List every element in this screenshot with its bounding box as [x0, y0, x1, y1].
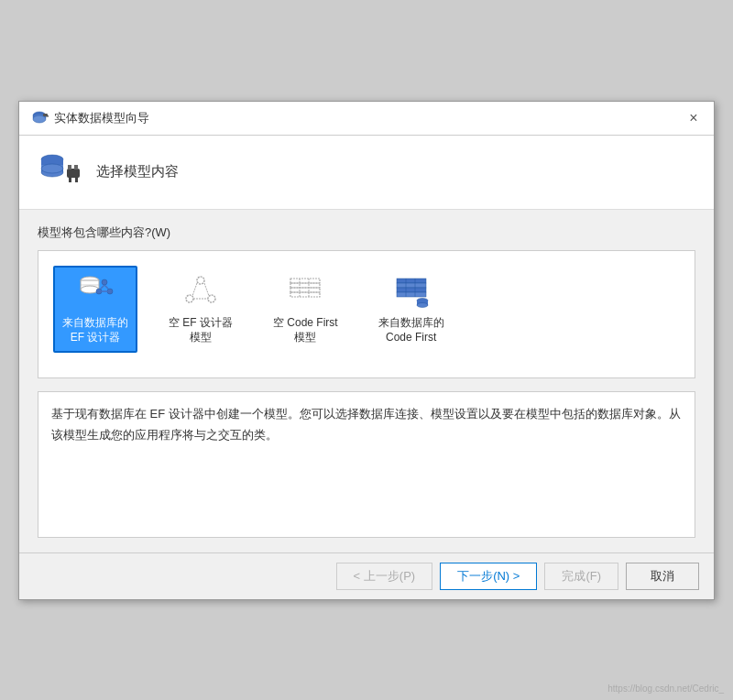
svg-line-30 [192, 283, 197, 296]
svg-rect-39 [397, 279, 426, 283]
svg-rect-34 [290, 283, 320, 288]
svg-rect-14 [75, 178, 78, 182]
watermark-container: https://blog.csdn.net/Cedric_ [607, 681, 724, 695]
svg-line-24 [101, 285, 104, 289]
footer: < 上一步(P) 下一步(N) > 完成(F) 取消 [19, 552, 714, 599]
svg-rect-15 [68, 165, 71, 170]
option-code-first-from-db-label: 来自数据库的Code First [378, 315, 444, 346]
option-empty-ef-designer[interactable]: 空 EF 设计器模型 [159, 266, 242, 354]
svg-point-27 [197, 277, 204, 284]
header-section: 选择模型内容 [19, 136, 714, 210]
option-empty-code-first-label: 空 Code First模型 [273, 315, 338, 346]
svg-rect-42 [397, 292, 426, 297]
title-bar-icon [30, 109, 49, 127]
svg-rect-40 [397, 283, 426, 288]
watermark-text: https://blog.csdn.net/Cedric_ [607, 684, 724, 694]
back-button[interactable]: < 上一步(P) [336, 563, 433, 590]
finish-button[interactable]: 完成(F) [544, 563, 618, 590]
section-label: 模型将包含哪些内容?(W) [38, 224, 695, 241]
close-button[interactable]: × [684, 109, 703, 127]
empty-ef-designer-icon [182, 273, 219, 310]
svg-point-29 [208, 295, 215, 302]
header-icon [38, 150, 82, 194]
option-empty-code-first[interactable]: 空 Code First模型 [264, 266, 347, 354]
dialog-title: 实体数据模型向导 [54, 110, 149, 126]
header-title: 选择模型内容 [96, 163, 179, 180]
option-ef-designer-from-db[interactable]: 来自数据库的EF 设计器 [53, 266, 137, 354]
svg-point-28 [186, 295, 193, 302]
model-options-box: 来自数据库的EF 设计器 空 EF 设计器模型 [38, 250, 695, 378]
svg-point-21 [102, 279, 107, 285]
description-box: 基于现有数据库在 EF 设计器中创建一个模型。您可以选择数据库连接、模型设置以及… [38, 391, 695, 538]
svg-rect-12 [67, 169, 80, 178]
svg-rect-33 [290, 279, 320, 283]
title-bar: 实体数据模型向导 × [19, 102, 714, 136]
dialog: 实体数据模型向导 × 选择模型内容 模型将包含哪些内容?(W) [18, 101, 715, 600]
svg-line-25 [104, 285, 108, 289]
cancel-button[interactable]: 取消 [626, 563, 699, 590]
svg-rect-16 [74, 165, 78, 170]
svg-rect-13 [69, 178, 71, 182]
svg-rect-36 [290, 292, 320, 297]
svg-rect-6 [46, 115, 49, 117]
ef-designer-from-db-icon [77, 273, 114, 310]
svg-rect-41 [397, 288, 426, 292]
empty-code-first-icon [287, 273, 323, 310]
svg-line-31 [204, 283, 209, 296]
svg-point-47 [417, 302, 428, 307]
option-empty-ef-designer-label: 空 EF 设计器模型 [169, 315, 233, 346]
main-content: 模型将包含哪些内容?(W) 来自数据库的EF 设计器 [19, 210, 714, 552]
code-first-from-db-icon [393, 273, 430, 310]
svg-rect-35 [290, 288, 320, 292]
description-text: 基于现有数据库在 EF 设计器中创建一个模型。您可以选择数据库连接、模型设置以及… [51, 407, 681, 442]
next-button[interactable]: 下一步(N) > [440, 563, 537, 590]
option-code-first-from-db[interactable]: 来自数据库的Code First [369, 266, 454, 354]
option-ef-designer-from-db-label: 来自数据库的EF 设计器 [62, 315, 128, 346]
title-bar-left: 实体数据模型向导 [30, 109, 149, 127]
svg-point-4 [33, 115, 46, 123]
svg-point-11 [41, 164, 63, 173]
